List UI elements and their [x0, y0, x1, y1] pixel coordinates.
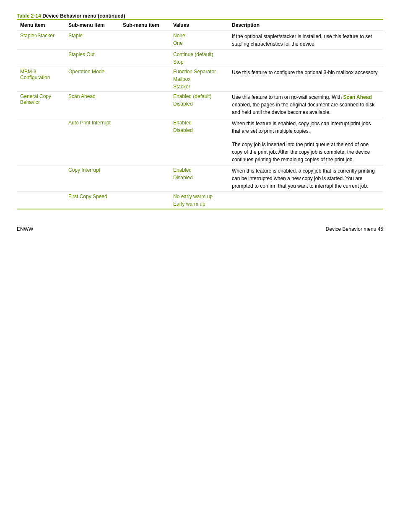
- sub1-copy-interrupt: Copy Interrupt: [65, 165, 119, 192]
- sub2-staple: [119, 31, 170, 50]
- menu-item-mbm3: MBM-3 Configuration: [17, 67, 65, 92]
- values-auto-print-interrupt: Enabled Disabled: [170, 118, 229, 165]
- sub2-operation-mode: [119, 67, 170, 92]
- col-header-sub1: Sub-menu item: [65, 19, 119, 31]
- menu-item-copy-interrupt: [17, 165, 65, 192]
- desc-staples-out: [229, 50, 383, 67]
- col-header-menu: Menu item: [17, 19, 65, 31]
- desc-copy-interrupt: When this feature is enabled, a copy job…: [229, 165, 383, 192]
- menu-item-first-copy-speed: [17, 192, 65, 209]
- values-staples-out: Continue (default) Stop: [170, 50, 229, 67]
- desc-scan-ahead: Use this feature to turn on no-wait scan…: [229, 92, 383, 118]
- values-first-copy-speed: No early warm up Early warm up: [170, 192, 229, 209]
- sub2-auto-print-interrupt: [119, 118, 170, 165]
- sub1-auto-print-interrupt: Auto Print Interrupt: [65, 118, 119, 165]
- table-row: Copy Interrupt Enabled Disabled When thi…: [17, 165, 383, 192]
- table-row: Staples Out Continue (default) Stop: [17, 50, 383, 67]
- footer-left: ENWW: [17, 226, 33, 232]
- footer-right: Device Behavior menu 45: [326, 226, 383, 232]
- sub1-operation-mode: Operation Mode: [65, 67, 119, 92]
- values-scan-ahead: Enabled (default) Disabled: [170, 92, 229, 118]
- sub1-scan-ahead: Scan Ahead: [65, 92, 119, 118]
- col-header-values: Values: [170, 19, 229, 31]
- table-title: Table 2-14 Device Behavior menu (continu…: [17, 13, 383, 19]
- menu-item-general-copy: General Copy Behavior: [17, 92, 65, 118]
- sub2-staples-out: [119, 50, 170, 67]
- desc-first-copy-speed: [229, 192, 383, 209]
- table-row: Stapler/Stacker Staple None One If the o…: [17, 31, 383, 50]
- desc-operation-mode: Use this feature to configure the option…: [229, 67, 383, 92]
- desc-staple: If the optional stapler/stacker is insta…: [229, 31, 383, 50]
- col-header-sub2: Sub-menu item: [119, 19, 170, 31]
- col-header-description: Description: [229, 19, 383, 31]
- sub2-copy-interrupt: [119, 165, 170, 192]
- menu-item-stapler: Stapler/Stacker: [17, 31, 65, 50]
- main-table: Menu item Sub-menu item Sub-menu item Va…: [17, 19, 383, 209]
- menu-item-auto-print: [17, 118, 65, 165]
- table-row: Auto Print Interrupt Enabled Disabled Wh…: [17, 118, 383, 165]
- sub1-staple: Staple: [65, 31, 119, 50]
- desc-auto-print-interrupt: When this feature is enabled, copy jobs …: [229, 118, 383, 165]
- sub1-staples-out: Staples Out: [65, 50, 119, 67]
- values-operation-mode: Function Separator Mailbox Stacker: [170, 67, 229, 92]
- menu-item-staples-out: [17, 50, 65, 67]
- values-staple: None One: [170, 31, 229, 50]
- table-row: First Copy Speed No early warm up Early …: [17, 192, 383, 209]
- table-row: MBM-3 Configuration Operation Mode Funct…: [17, 67, 383, 92]
- table-row: General Copy Behavior Scan Ahead Enabled…: [17, 92, 383, 118]
- sub1-first-copy-speed: First Copy Speed: [65, 192, 119, 209]
- sub2-scan-ahead: [119, 92, 170, 118]
- sub2-first-copy-speed: [119, 192, 170, 209]
- values-copy-interrupt: Enabled Disabled: [170, 165, 229, 192]
- footer: ENWW Device Behavior menu 45: [17, 226, 383, 232]
